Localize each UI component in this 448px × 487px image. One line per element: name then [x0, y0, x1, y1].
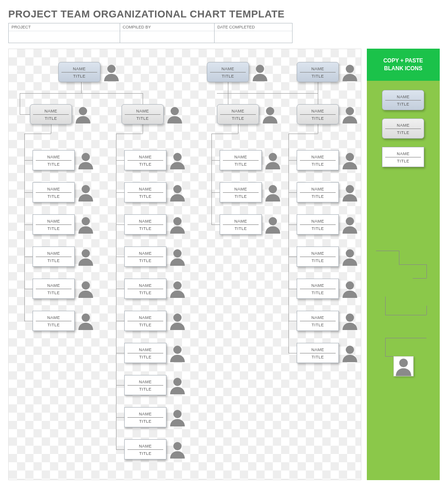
sample-node-gray[interactable]: NAMETITLE — [382, 118, 424, 139]
org-node[interactable]: NAMETITLE — [124, 407, 166, 427]
node-name: NAME — [385, 94, 421, 101]
org-node[interactable]: NAMETITLE — [297, 104, 339, 124]
sidebar: COPY + PASTE BLANK ICONS NAMETITLENAMETI… — [367, 49, 440, 480]
svg-point-21 — [173, 410, 182, 418]
org-node[interactable]: NAMETITLE — [124, 246, 166, 267]
connector — [116, 417, 124, 418]
svg-point-8 — [82, 185, 90, 193]
org-node[interactable]: NAMETITLE — [122, 104, 164, 124]
node-title: TITLE — [33, 226, 74, 231]
org-node[interactable]: NAMETITLE — [217, 104, 259, 124]
node-title: TITLE — [297, 162, 338, 167]
svg-point-14 — [173, 185, 182, 193]
connector — [318, 82, 318, 104]
org-node[interactable]: NAMETITLE — [297, 311, 339, 331]
sample-connector[interactable] — [399, 264, 426, 265]
connector — [116, 449, 124, 450]
sample-person-icon[interactable] — [393, 356, 414, 376]
org-node[interactable]: NAMETITLE — [297, 343, 339, 363]
org-node[interactable]: NAMETITLE — [124, 439, 166, 459]
org-node[interactable]: NAMETITLE — [297, 279, 339, 299]
person-icon — [168, 183, 187, 202]
sample-connector[interactable] — [385, 297, 386, 315]
connector — [116, 224, 124, 225]
org-node[interactable]: NAMETITLE — [58, 62, 100, 82]
meta-project: PROJECT — [9, 23, 120, 43]
node-name: NAME — [223, 218, 259, 225]
sample-connector[interactable] — [426, 306, 427, 315]
svg-point-28 — [346, 217, 354, 225]
connector — [24, 289, 33, 289]
node-title: TITLE — [125, 194, 166, 199]
org-node[interactable]: NAMETITLE — [30, 104, 72, 124]
node-title: TITLE — [33, 291, 74, 295]
sample-node-white[interactable]: NAMETITLE — [382, 147, 424, 167]
org-node[interactable]: NAMETITLE — [124, 375, 166, 395]
org-node[interactable]: NAMETITLE — [297, 246, 339, 267]
org-node[interactable]: NAMETITLE — [124, 150, 166, 170]
node-name: NAME — [36, 282, 72, 289]
sample-connector[interactable] — [385, 315, 426, 315]
org-node[interactable]: NAMETITLE — [220, 150, 262, 170]
org-node[interactable]: NAMETITLE — [33, 246, 75, 267]
org-node[interactable]: NAMETITLE — [297, 62, 339, 82]
connector — [288, 257, 297, 257]
connector — [24, 321, 33, 321]
sample-connector[interactable] — [376, 251, 399, 251]
meta-project-value[interactable] — [9, 31, 120, 43]
connector — [238, 124, 238, 134]
svg-point-0 — [107, 65, 116, 73]
sample-connector[interactable] — [385, 356, 394, 357]
org-node[interactable]: NAMETITLE — [124, 214, 166, 235]
org-node[interactable]: NAMETITLE — [33, 279, 75, 299]
org-node[interactable]: NAMETITLE — [124, 279, 166, 299]
org-node[interactable]: NAMETITLE — [297, 214, 339, 235]
person-icon — [341, 63, 359, 81]
svg-point-18 — [173, 313, 182, 322]
sample-node-blue[interactable]: NAMETITLE — [382, 90, 424, 110]
org-node[interactable]: NAMETITLE — [124, 182, 166, 202]
node-title: TITLE — [125, 323, 166, 327]
connector — [20, 93, 143, 94]
org-node[interactable]: NAMETITLE — [207, 62, 249, 82]
org-node[interactable]: NAMETITLE — [33, 311, 75, 331]
org-node[interactable]: NAMETITLE — [33, 182, 75, 202]
sample-connector[interactable] — [413, 278, 426, 279]
person-icon — [264, 151, 282, 169]
sample-connector[interactable] — [399, 251, 399, 264]
org-node[interactable]: NAMETITLE — [220, 214, 262, 235]
org-node[interactable]: NAMETITLE — [220, 182, 262, 202]
node-name: NAME — [300, 250, 336, 257]
node-name: NAME — [127, 218, 163, 225]
org-node[interactable]: NAMETITLE — [297, 150, 339, 170]
sample-connector[interactable] — [385, 338, 386, 356]
svg-point-6 — [346, 107, 354, 115]
node-name: NAME — [300, 186, 336, 193]
org-chart-canvas[interactable]: NAMETITLENAMETITLENAMETITLENAMETITLENAME… — [8, 49, 361, 480]
sample-connector[interactable] — [426, 264, 427, 278]
person-icon — [74, 105, 92, 123]
person-icon — [168, 440, 187, 459]
connector — [288, 321, 297, 321]
org-node[interactable]: NAMETITLE — [124, 311, 166, 331]
org-node[interactable]: NAMETITLE — [33, 214, 75, 235]
org-node[interactable]: NAMETITLE — [33, 150, 75, 170]
node-name: NAME — [300, 108, 336, 115]
node-name: NAME — [300, 218, 336, 225]
connector — [143, 93, 143, 104]
person-icon — [77, 312, 95, 330]
org-node[interactable]: NAMETITLE — [124, 343, 166, 363]
meta-date-value[interactable] — [215, 31, 292, 43]
sample-connector[interactable] — [385, 338, 426, 338]
connector — [143, 124, 143, 134]
org-node[interactable]: NAMETITLE — [297, 182, 339, 202]
svg-point-2 — [346, 65, 354, 73]
person-icon — [168, 280, 187, 298]
svg-point-9 — [82, 217, 90, 225]
node-title: TITLE — [297, 323, 338, 327]
node-title: TITLE — [59, 74, 100, 78]
connector — [51, 124, 51, 134]
svg-point-22 — [173, 442, 182, 450]
svg-point-10 — [82, 249, 90, 257]
meta-compiled-value[interactable] — [120, 31, 214, 43]
